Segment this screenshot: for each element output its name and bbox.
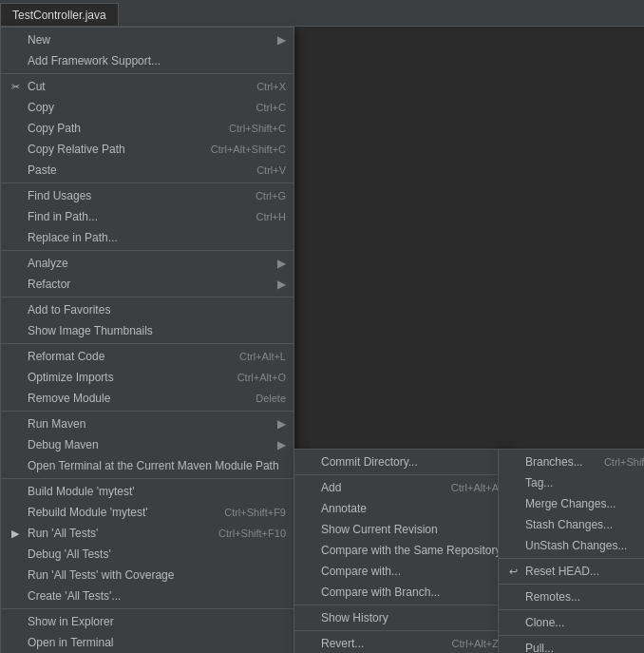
separator [499,558,644,559]
menu-item-copy-path[interactable]: Copy Path Ctrl+Shift+C [1,118,294,139]
menu-item-analyze[interactable]: Analyze ▶ [1,253,294,274]
menu-item-debug-all-tests[interactable]: Debug 'All Tests' [1,544,294,565]
menu-item-create-all-tests[interactable]: Create 'All Tests'... [1,586,294,606]
tab-testcontroller[interactable]: TestController.java [0,3,119,26]
arrow-icon: ▶ [277,434,286,455]
separator [1,250,294,251]
menu-item-optimize[interactable]: Optimize Imports Ctrl+Alt+O [1,367,294,388]
menu-item-debug-maven[interactable]: Debug Maven ▶ [1,434,294,455]
menu-item-find-in-path[interactable]: Find in Path... Ctrl+H [1,206,294,227]
menu-item-run-maven[interactable]: Run Maven ▶ [1,413,294,434]
context-menu-main: New ▶ Add Framework Support... ✂ Cut Ctr… [0,27,294,653]
menu-item-copy[interactable]: Copy Ctrl+C [1,97,294,118]
menu-item-build-module[interactable]: Build Module 'mytest' [1,481,294,502]
menu-item-revert[interactable]: Revert... Ctrl+Alt+Z [294,633,506,653]
separator [499,609,644,610]
tab-label: TestController.java [12,9,106,22]
context-menu-repository: Branches... Ctrl+Shift+' Tag... Merge Ch… [498,449,644,653]
menu-item-stash[interactable]: Stash Changes... [499,514,644,535]
menu-item-copy-relative-path[interactable]: Copy Relative Path Ctrl+Alt+Shift+C [1,139,294,160]
menu-item-add-favorites[interactable]: Add to Favorites [1,299,294,320]
arrow-icon: ▶ [277,29,286,50]
menu-item-show-current[interactable]: Show Current Revision [294,519,506,540]
menu-item-run-all-tests-cov[interactable]: Run 'All Tests' with Coverage [1,565,294,586]
menu-item-show-explorer[interactable]: Show in Explorer [1,611,294,632]
menu-item-paste[interactable]: Paste Ctrl+V [1,160,294,181]
menu-item-replace[interactable]: Replace in Path... [1,227,294,248]
menu-item-new[interactable]: New ▶ [1,29,294,50]
menu-item-open-terminal2[interactable]: Open in Terminal [1,632,294,653]
menu-item-pull[interactable]: Pull... [499,638,644,653]
menu-item-merge[interactable]: Merge Changes... [499,493,644,514]
menu-item-find-usages[interactable]: Find Usages Ctrl+G [1,185,294,206]
menu-item-unstash[interactable]: UnStash Changes... [499,535,644,556]
separator [1,411,294,412]
menu-item-clone[interactable]: Clone... [499,612,644,633]
separator [1,608,294,609]
context-menu-git: Commit Directory... Add Ctrl+Alt+A Annot… [294,449,507,653]
menu-item-commit[interactable]: Commit Directory... [294,451,506,472]
menu-item-cut[interactable]: ✂ Cut Ctrl+X [1,76,294,97]
menu-item-reset-head[interactable]: ↩ Reset HEAD... [499,561,644,582]
separator [294,474,506,475]
menu-item-show-image[interactable]: Show Image Thumbnails [1,320,294,341]
menu-item-reformat[interactable]: Reformat Code Ctrl+Alt+L [1,346,294,367]
menu-item-add-framework[interactable]: Add Framework Support... [1,50,294,71]
menu-item-compare-with2[interactable]: Compare with... [294,561,506,582]
separator [294,605,506,605]
menu-item-show-history[interactable]: Show History [294,607,506,628]
separator [1,182,294,183]
arrow-icon: ▶ [277,253,286,274]
arrow-icon: ▶ [277,274,286,295]
separator [1,297,294,298]
menu-item-remotes[interactable]: Remotes... [499,586,644,607]
menu-item-tag[interactable]: Tag... [499,472,644,493]
menu-item-compare-branch[interactable]: Compare with Branch... [294,582,506,603]
separator [294,630,506,631]
menu-item-open-terminal[interactable]: Open Terminal at the Current Maven Modul… [1,455,294,476]
menu-item-run-all-tests[interactable]: ▶ Run 'All Tests' Ctrl+Shift+F10 [1,523,294,544]
menu-item-branches[interactable]: Branches... Ctrl+Shift+' [499,451,644,472]
separator [1,478,294,479]
separator [1,343,294,344]
separator [499,584,644,585]
menu-item-refactor[interactable]: Refactor ▶ [1,274,294,295]
arrow-icon: ▶ [277,413,286,434]
separator [1,73,294,74]
menu-item-add[interactable]: Add Ctrl+Alt+A [294,477,506,498]
cut-icon: ✂ [7,76,24,97]
reset-icon: ↩ [504,561,521,582]
menu-item-rebuild-module[interactable]: Rebuild Module 'mytest' Ctrl+Shift+F9 [1,502,294,523]
menu-item-annotate[interactable]: Annotate [294,498,506,519]
separator [499,635,644,636]
menu-item-remove-module[interactable]: Remove Module Delete [1,388,294,409]
run-icon: ▶ [7,523,24,544]
menu-item-compare-same[interactable]: Compare with the Same Repository Version [294,540,506,561]
tab-bar: TestController.java [0,0,644,27]
